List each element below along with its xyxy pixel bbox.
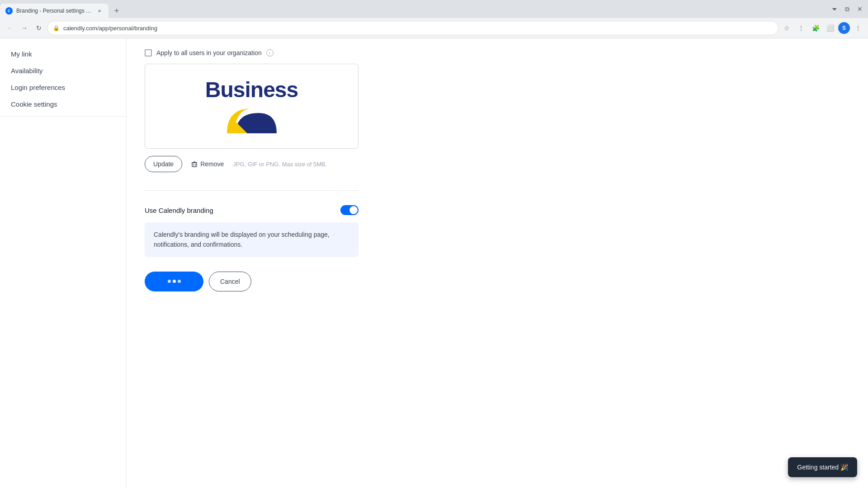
- tab-close-button[interactable]: ✕: [96, 7, 103, 14]
- active-tab[interactable]: C Branding - Personal settings - C... ✕: [0, 4, 108, 18]
- loading-dot-1: [168, 280, 171, 283]
- form-actions: Cancel: [145, 272, 850, 291]
- minimize-button[interactable]: ⏷: [832, 6, 837, 12]
- new-tab-button[interactable]: +: [110, 5, 123, 17]
- branding-info-box: Calendly's branding will be displayed on…: [145, 222, 359, 257]
- browser-chrome: C Branding - Personal settings - C... ✕ …: [0, 0, 868, 38]
- section-divider: [145, 190, 359, 191]
- lock-icon: 🔒: [53, 25, 60, 31]
- extensions-button[interactable]: 🧩: [809, 22, 822, 34]
- business-logo-text: Business: [205, 77, 298, 102]
- forward-button[interactable]: →: [18, 22, 31, 34]
- sidebar-divider: [0, 116, 126, 117]
- sidebar-item-my-link[interactable]: My link: [0, 46, 126, 62]
- branding-info-text: Calendly's branding will be displayed on…: [154, 230, 349, 250]
- svg-rect-0: [192, 163, 197, 167]
- profile-menu-button[interactable]: ⋮: [795, 22, 807, 34]
- getting-started-label: Getting started 🎉: [797, 464, 848, 471]
- maximize-button[interactable]: ⧉: [844, 6, 850, 12]
- loading-dot-3: [178, 280, 181, 283]
- sidebar-item-login-preferences[interactable]: Login preferences: [0, 79, 126, 96]
- apply-to-org-checkbox[interactable]: [145, 49, 152, 56]
- info-icon[interactable]: i: [266, 49, 274, 56]
- profile-avatar[interactable]: S: [838, 22, 850, 34]
- sidebar-item-availability[interactable]: Availability: [0, 62, 126, 79]
- apply-to-org-row: Apply to all users in your organization …: [145, 49, 850, 56]
- getting-started-toast[interactable]: Getting started 🎉: [788, 457, 857, 477]
- tab-title: Branding - Personal settings - C...: [16, 8, 92, 14]
- nav-bar: ← → ↻ 🔒 calendly.com/app/personal/brandi…: [0, 18, 868, 38]
- update-button[interactable]: Update: [145, 156, 182, 172]
- trash-icon: [191, 161, 198, 167]
- save-button[interactable]: [145, 272, 203, 291]
- tab-bar: C Branding - Personal settings - C... ✕ …: [0, 0, 868, 18]
- side-panel-button[interactable]: ⬜: [824, 22, 836, 34]
- sidebar: My link Availability Login preferences C…: [0, 38, 127, 488]
- loading-dot-2: [173, 280, 176, 283]
- address-bar[interactable]: 🔒 calendly.com/app/personal/branding: [47, 21, 778, 35]
- main-content: Apply to all users in your organization …: [127, 38, 868, 488]
- remove-label: Remove: [200, 160, 224, 168]
- url-text: calendly.com/app/personal/branding: [63, 25, 773, 32]
- chrome-menu-button[interactable]: ⋮: [852, 22, 864, 34]
- close-button[interactable]: ✕: [857, 6, 863, 12]
- use-calendly-branding-label: Use Calendly branding: [145, 206, 213, 214]
- file-hint: JPG, GIF or PNG. Max size of 5MB.: [233, 161, 327, 168]
- sidebar-item-cookie-settings[interactable]: Cookie settings: [0, 96, 126, 113]
- back-button[interactable]: ←: [4, 22, 16, 34]
- use-calendly-branding-row: Use Calendly branding: [145, 205, 359, 215]
- remove-button[interactable]: Remove: [189, 160, 226, 168]
- nav-actions: ☆ ⋮ 🧩 ⬜ S ⋮: [780, 22, 864, 34]
- toggle-knob: [349, 206, 358, 214]
- apply-to-org-label: Apply to all users in your organization: [156, 49, 262, 56]
- logo-shape-svg: [222, 104, 281, 136]
- use-calendly-branding-toggle[interactable]: [340, 205, 359, 215]
- tab-favicon: C: [5, 7, 13, 14]
- cancel-button[interactable]: Cancel: [209, 272, 251, 291]
- logo-action-row: Update Remove JPG, GIF or PNG. Max size …: [145, 156, 850, 172]
- bookmark-button[interactable]: ☆: [780, 22, 793, 34]
- window-controls: ⏷ ⧉ ✕: [832, 6, 868, 15]
- page-layout: My link Availability Login preferences C…: [0, 38, 868, 488]
- logo-preview-box: Business: [145, 64, 359, 149]
- refresh-button[interactable]: ↻: [33, 22, 45, 34]
